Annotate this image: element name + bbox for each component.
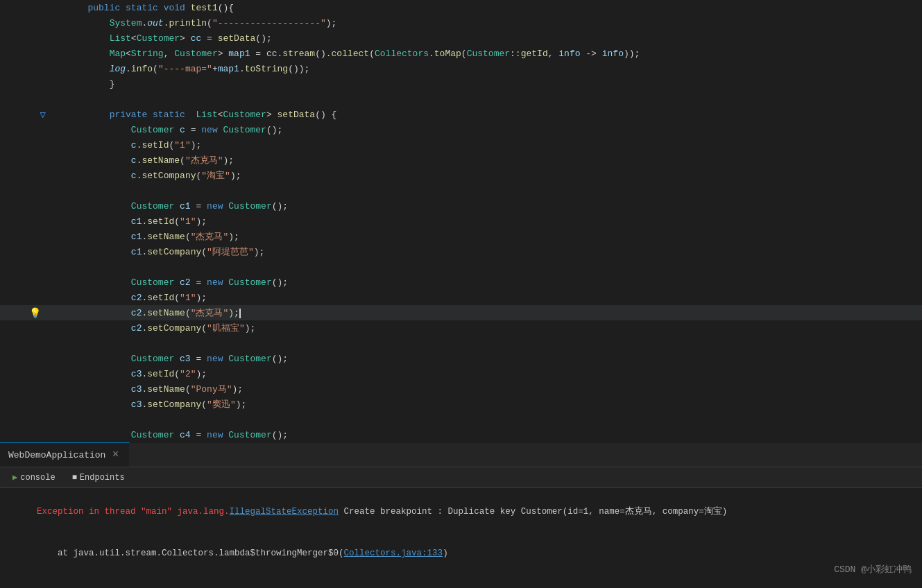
panel-tab-endpoints-label: Endpoints bbox=[80, 473, 125, 483]
exception-link[interactable]: IllegalStateException bbox=[230, 507, 339, 517]
tab-label: WebDemoApplication bbox=[8, 450, 105, 460]
code-line: c1.setCompany("阿堤芭芭"); bbox=[0, 244, 922, 259]
code-line: Customer c4 = new Customer(); bbox=[0, 427, 922, 442]
code-line: c.setCompany("淘宝"); bbox=[0, 168, 922, 183]
tab-bar: WebDemoApplication × bbox=[0, 442, 922, 467]
panel-tab-console[interactable]: ▶ console bbox=[6, 467, 62, 488]
exception-after: Create breakpoint : Duplicate key Custom… bbox=[339, 507, 727, 517]
bottom-panel: ▶ console ■ Endpoints Exception in threa… bbox=[0, 467, 922, 588]
code-line: c2.setCompany("叽福宝"); bbox=[0, 320, 922, 336]
panel-content[interactable]: Exception in thread "main" java.lang.Ill… bbox=[0, 488, 922, 588]
endpoints-icon: ■ bbox=[72, 473, 77, 483]
line-number: ▽ bbox=[0, 99, 28, 130]
stack-suffix: ) bbox=[443, 548, 448, 558]
code-line: c3.setCompany("窦迅"); bbox=[0, 397, 922, 412]
code-content[interactable]: public static void test1(){ System.out.p… bbox=[0, 0, 922, 442]
panel-tabs: ▶ console ■ Endpoints bbox=[0, 467, 922, 488]
panel-tab-console-label: console bbox=[20, 473, 55, 483]
tab-close-icon[interactable]: × bbox=[110, 449, 121, 460]
console-exception-line: Exception in thread "main" java.lang.Ill… bbox=[6, 491, 916, 533]
console-stack-line: at java.util.stream.Collectors.lambda$th… bbox=[6, 533, 916, 574]
editor-area: public static void test1(){ System.out.p… bbox=[0, 0, 922, 442]
exception-text: Exception in thread "main" java.lang. bbox=[37, 507, 230, 517]
line-code: Customer c4 = new Customer(); bbox=[42, 420, 922, 443]
code-line: } bbox=[0, 76, 922, 92]
console-icon: ▶ bbox=[12, 472, 17, 483]
console-stack-line: at java.util.HashMap.merge(HashMap.java:… bbox=[6, 574, 916, 588]
tab-webdemo[interactable]: WebDemoApplication × bbox=[0, 442, 130, 467]
stack-link[interactable]: Collectors.java:133 bbox=[344, 548, 443, 558]
panel-tab-endpoints[interactable]: ■ Endpoints bbox=[65, 467, 132, 488]
bulb-icon[interactable]: 💡 bbox=[28, 307, 42, 319]
stack-prefix: at java.util.stream.Collectors.lambda$th… bbox=[37, 548, 344, 558]
